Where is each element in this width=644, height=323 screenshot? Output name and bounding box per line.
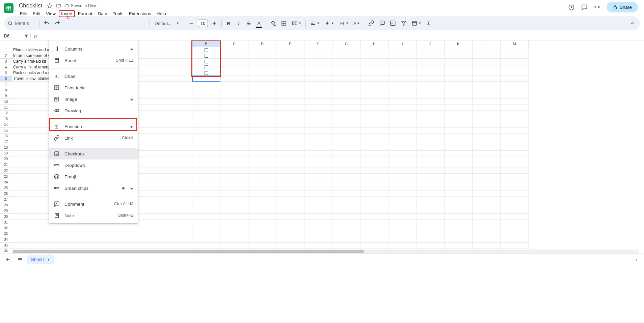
cell-B13[interactable] (192, 116, 220, 122)
row-header-8[interactable]: 8 (0, 87, 12, 93)
cell-D35[interactable] (248, 243, 276, 248)
name-box[interactable]: B6 (3, 33, 24, 38)
cell-F17[interactable] (304, 139, 332, 145)
cell-G25[interactable] (332, 185, 360, 191)
cell-I3[interactable] (388, 59, 417, 64)
cell-M27[interactable] (501, 197, 529, 202)
cell-M5[interactable] (501, 70, 529, 76)
cell-L30[interactable] (473, 214, 501, 219)
cell-M22[interactable] (501, 168, 529, 174)
cell-H28[interactable] (360, 202, 388, 208)
cell-M21[interactable] (501, 162, 529, 168)
cell-M28[interactable] (501, 202, 529, 208)
menu-format[interactable]: Format (76, 10, 95, 17)
cell-B26[interactable] (192, 191, 220, 197)
cell-K20[interactable] (445, 156, 473, 162)
cell-C23[interactable] (220, 174, 248, 179)
cell-I5[interactable] (388, 70, 417, 76)
row-header-12[interactable]: 12 (0, 111, 12, 116)
cell-H13[interactable] (360, 116, 388, 122)
vertical-align-button[interactable]: ▼ (322, 18, 336, 28)
cell-G2[interactable] (332, 53, 360, 59)
italic-button[interactable]: I (234, 18, 243, 28)
cell-D15[interactable] (248, 128, 276, 134)
filter-views-button[interactable]: ▼ (409, 18, 423, 28)
cell-K19[interactable] (445, 151, 473, 156)
cell-I27[interactable] (388, 197, 417, 202)
cell-C27[interactable] (220, 197, 248, 202)
cell-F10[interactable] (304, 99, 332, 105)
cell-F14[interactable] (304, 122, 332, 128)
cell-D10[interactable] (248, 99, 276, 105)
cell-D13[interactable] (248, 116, 276, 122)
cell-G18[interactable] (332, 145, 360, 151)
cell-I23[interactable] (388, 174, 417, 179)
cell-G6[interactable] (332, 76, 360, 82)
cell-F4[interactable] (304, 64, 332, 70)
cell-G11[interactable] (332, 105, 360, 110)
checkbox-icon[interactable] (205, 48, 208, 52)
cell-J12[interactable] (417, 111, 445, 116)
cell-L28[interactable] (473, 202, 501, 208)
cell-E27[interactable] (276, 197, 304, 202)
sheet-tab[interactable]: Sheet1 ▼ (27, 255, 54, 264)
cell-C3[interactable] (220, 59, 248, 64)
cell-K31[interactable] (445, 219, 473, 225)
row-header-33[interactable]: 33 (0, 231, 12, 237)
cell-I14[interactable] (388, 122, 417, 128)
name-box-dropdown-icon[interactable]: ▼ (24, 33, 27, 39)
cell-K5[interactable] (445, 70, 473, 76)
cell-H24[interactable] (360, 179, 388, 185)
checkbox-icon[interactable] (205, 65, 208, 69)
cell-C9[interactable] (220, 93, 248, 99)
cell-H9[interactable] (360, 93, 388, 99)
cell-L25[interactable] (473, 185, 501, 191)
cell-C32[interactable] (220, 225, 248, 231)
cell-J19[interactable] (417, 151, 445, 156)
add-sheet-button[interactable] (3, 255, 13, 264)
cell-L19[interactable] (473, 151, 501, 156)
row-header-7[interactable]: 7 (0, 82, 12, 87)
cell-K24[interactable] (445, 179, 473, 185)
cell-M17[interactable] (501, 139, 529, 145)
cell-D4[interactable] (248, 64, 276, 70)
cell-A33[interactable] (12, 231, 192, 237)
cell-H15[interactable] (360, 128, 388, 134)
cell-B34[interactable] (192, 237, 220, 243)
cell-G33[interactable] (332, 231, 360, 237)
cell-M10[interactable] (501, 99, 529, 105)
cell-F21[interactable] (304, 162, 332, 168)
font-family-dropdown[interactable]: Defaul...▼ (152, 21, 182, 26)
menu-item-dropdown[interactable]: Dropdown (49, 159, 138, 171)
document-title[interactable]: Checklist (18, 2, 44, 9)
cell-H22[interactable] (360, 168, 388, 174)
menu-extensions[interactable]: Extensions (127, 10, 154, 17)
cell-F9[interactable] (304, 93, 332, 99)
cell-H6[interactable] (360, 76, 388, 82)
cell-G15[interactable] (332, 128, 360, 134)
cell-L33[interactable] (473, 231, 501, 237)
cell-C20[interactable] (220, 156, 248, 162)
font-size-increase[interactable] (209, 18, 219, 28)
cell-I34[interactable] (388, 237, 417, 243)
cell-D8[interactable] (248, 87, 276, 93)
cell-L4[interactable] (473, 64, 501, 70)
cell-D16[interactable] (248, 134, 276, 139)
cell-H25[interactable] (360, 185, 388, 191)
cell-M12[interactable] (501, 111, 529, 116)
cell-F8[interactable] (304, 87, 332, 93)
cell-E9[interactable] (276, 93, 304, 99)
column-header-I[interactable]: I (388, 40, 417, 47)
cell-B10[interactable] (192, 99, 220, 105)
cell-B3[interactable] (192, 59, 220, 64)
row-header-20[interactable]: 20 (0, 156, 12, 162)
cell-F30[interactable] (304, 214, 332, 219)
cell-B1[interactable] (192, 47, 220, 53)
row-header-34[interactable]: 34 (0, 237, 12, 243)
cell-F7[interactable] (304, 82, 332, 87)
row-header-15[interactable]: 15 (0, 128, 12, 134)
row-header-26[interactable]: 26 (0, 191, 12, 197)
row-header-11[interactable]: 11 (0, 105, 12, 110)
cell-E8[interactable] (276, 87, 304, 93)
cell-K18[interactable] (445, 145, 473, 151)
